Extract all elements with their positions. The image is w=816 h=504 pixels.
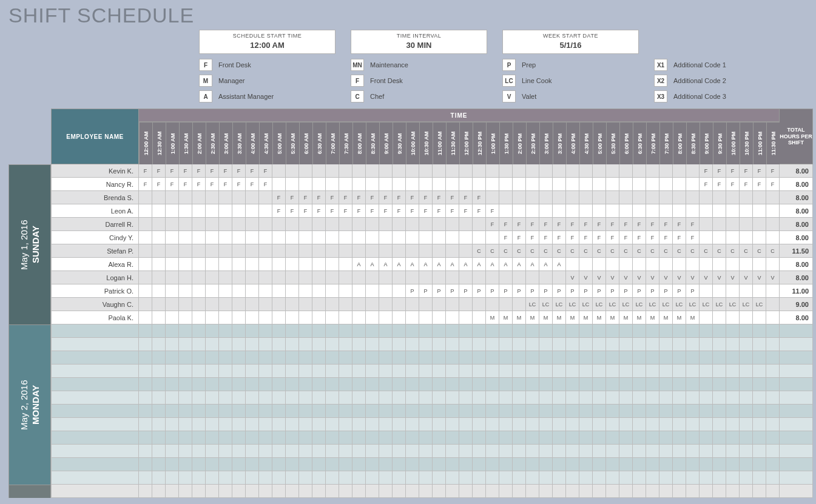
shift-cell[interactable] bbox=[246, 431, 259, 445]
shift-cell[interactable] bbox=[446, 311, 459, 324]
shift-cell[interactable] bbox=[286, 351, 299, 365]
shift-cell[interactable] bbox=[766, 311, 780, 324]
shift-cell[interactable] bbox=[406, 231, 419, 244]
shift-cell[interactable] bbox=[539, 351, 553, 365]
shift-cell[interactable]: F bbox=[553, 231, 566, 244]
shift-cell[interactable]: M bbox=[539, 311, 553, 324]
shift-cell[interactable] bbox=[579, 258, 593, 271]
shift-cell[interactable]: M bbox=[486, 311, 499, 324]
shift-cell[interactable] bbox=[179, 244, 192, 258]
shift-cell[interactable] bbox=[259, 284, 272, 298]
shift-cell[interactable] bbox=[686, 338, 700, 351]
shift-cell[interactable]: A bbox=[459, 258, 473, 271]
shift-cell[interactable] bbox=[179, 338, 192, 351]
shift-cell[interactable] bbox=[393, 244, 406, 258]
shift-cell[interactable] bbox=[406, 311, 419, 324]
shift-cell[interactable] bbox=[152, 324, 166, 338]
shift-cell[interactable]: F bbox=[393, 191, 406, 204]
shift-cell[interactable] bbox=[459, 311, 473, 324]
shift-cell[interactable] bbox=[673, 405, 686, 418]
shift-cell[interactable] bbox=[646, 324, 659, 338]
shift-cell[interactable]: P bbox=[619, 284, 633, 298]
shift-cell[interactable] bbox=[179, 204, 192, 218]
shift-cell[interactable] bbox=[753, 258, 766, 271]
shift-cell[interactable] bbox=[352, 218, 366, 231]
shift-cell[interactable] bbox=[686, 471, 700, 485]
shift-cell[interactable] bbox=[606, 191, 619, 204]
shift-cell[interactable] bbox=[406, 485, 419, 498]
shift-cell[interactable]: F bbox=[686, 218, 700, 231]
shift-cell[interactable] bbox=[259, 298, 272, 311]
shift-cell[interactable] bbox=[486, 391, 499, 405]
shift-cell[interactable] bbox=[379, 418, 393, 431]
shift-cell[interactable] bbox=[473, 458, 486, 471]
shift-cell[interactable] bbox=[433, 311, 446, 324]
shift-cell[interactable] bbox=[713, 218, 726, 231]
shift-cell[interactable] bbox=[606, 204, 619, 218]
shift-cell[interactable] bbox=[526, 271, 539, 284]
shift-cell[interactable] bbox=[513, 458, 526, 471]
shift-cell[interactable] bbox=[566, 391, 579, 405]
shift-cell[interactable] bbox=[232, 471, 246, 485]
shift-cell[interactable] bbox=[673, 191, 686, 204]
shift-cell[interactable] bbox=[219, 378, 232, 391]
shift-cell[interactable] bbox=[326, 164, 339, 178]
shift-cell[interactable] bbox=[259, 244, 272, 258]
shift-cell[interactable] bbox=[686, 458, 700, 471]
shift-cell[interactable] bbox=[179, 458, 192, 471]
shift-cell[interactable] bbox=[499, 191, 513, 204]
shift-cell[interactable]: V bbox=[740, 271, 753, 284]
shift-cell[interactable] bbox=[259, 405, 272, 418]
shift-cell[interactable] bbox=[619, 338, 633, 351]
shift-cell[interactable] bbox=[246, 258, 259, 271]
shift-cell[interactable] bbox=[433, 485, 446, 498]
shift-cell[interactable]: F bbox=[152, 178, 166, 191]
shift-cell[interactable] bbox=[339, 431, 352, 445]
shift-cell[interactable] bbox=[606, 445, 619, 458]
shift-cell[interactable] bbox=[379, 365, 393, 378]
shift-cell[interactable] bbox=[526, 431, 539, 445]
shift-cell[interactable] bbox=[192, 324, 206, 338]
shift-cell[interactable] bbox=[206, 218, 219, 231]
shift-cell[interactable]: LC bbox=[566, 298, 579, 311]
shift-cell[interactable] bbox=[726, 378, 740, 391]
shift-cell[interactable] bbox=[272, 458, 286, 471]
shift-cell[interactable] bbox=[219, 405, 232, 418]
shift-cell[interactable] bbox=[486, 365, 499, 378]
shift-cell[interactable] bbox=[579, 391, 593, 405]
employee-name-cell[interactable]: Brenda S. bbox=[51, 191, 139, 204]
shift-cell[interactable] bbox=[419, 298, 433, 311]
shift-cell[interactable]: F bbox=[419, 191, 433, 204]
shift-cell[interactable] bbox=[286, 458, 299, 471]
shift-cell[interactable] bbox=[166, 231, 179, 244]
shift-cell[interactable] bbox=[593, 445, 606, 458]
shift-cell[interactable] bbox=[499, 378, 513, 391]
shift-cell[interactable] bbox=[700, 391, 713, 405]
shift-cell[interactable]: V bbox=[673, 271, 686, 284]
shift-cell[interactable] bbox=[673, 431, 686, 445]
shift-cell[interactable] bbox=[459, 218, 473, 231]
shift-cell[interactable] bbox=[179, 485, 192, 498]
shift-cell[interactable] bbox=[579, 458, 593, 471]
shift-cell[interactable] bbox=[326, 244, 339, 258]
shift-cell[interactable] bbox=[192, 231, 206, 244]
shift-cell[interactable] bbox=[312, 231, 326, 244]
shift-cell[interactable] bbox=[446, 351, 459, 365]
shift-cell[interactable] bbox=[286, 365, 299, 378]
shift-cell[interactable] bbox=[499, 164, 513, 178]
employee-name-cell[interactable] bbox=[51, 458, 139, 471]
shift-cell[interactable] bbox=[593, 191, 606, 204]
shift-cell[interactable] bbox=[753, 218, 766, 231]
shift-cell[interactable] bbox=[192, 284, 206, 298]
shift-cell[interactable] bbox=[419, 365, 433, 378]
shift-cell[interactable] bbox=[232, 324, 246, 338]
shift-cell[interactable] bbox=[166, 418, 179, 431]
shift-cell[interactable] bbox=[659, 351, 673, 365]
shift-cell[interactable] bbox=[553, 471, 566, 485]
shift-cell[interactable] bbox=[766, 365, 780, 378]
shift-cell[interactable] bbox=[393, 231, 406, 244]
shift-cell[interactable] bbox=[379, 445, 393, 458]
shift-cell[interactable] bbox=[379, 284, 393, 298]
shift-cell[interactable] bbox=[393, 405, 406, 418]
shift-cell[interactable]: F bbox=[259, 164, 272, 178]
